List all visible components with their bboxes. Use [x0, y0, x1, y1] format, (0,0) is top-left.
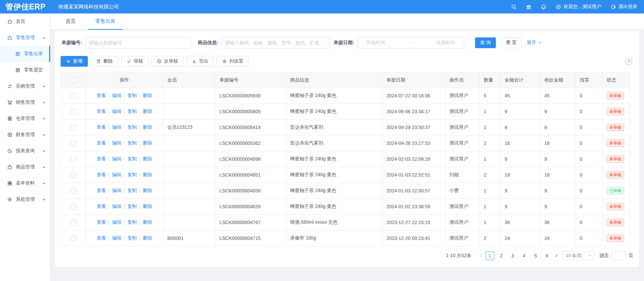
- page-number-3[interactable]: 3: [508, 251, 517, 260]
- sidebar-item-采购管理[interactable]: 采购管理: [0, 78, 50, 94]
- row-action-copy[interactable]: 复制: [127, 108, 137, 115]
- row-action-view[interactable]: 查看: [97, 188, 106, 194]
- row-action-copy[interactable]: 复制: [127, 188, 137, 194]
- row-action-edit[interactable]: 编辑: [112, 140, 122, 146]
- add-button[interactable]: 新增: [61, 56, 88, 67]
- select-all-checkbox[interactable]: [71, 77, 76, 83]
- sidebar-item-销售管理[interactable]: 销售管理: [0, 94, 50, 111]
- check-circle-icon: [555, 4, 561, 10]
- row-action-edit[interactable]: 编辑: [112, 108, 122, 115]
- prev-page-button[interactable]: [477, 252, 484, 260]
- next-page-button[interactable]: [553, 252, 560, 260]
- reset-button[interactable]: 重 置: [501, 37, 522, 48]
- page-number-2[interactable]: 2: [497, 251, 506, 260]
- column-settings-button[interactable]: 列设置: [217, 56, 249, 67]
- row-action-edit[interactable]: 编辑: [112, 188, 122, 194]
- row-checkbox[interactable]: [71, 157, 76, 162]
- row-action-copy[interactable]: 复制: [127, 172, 137, 178]
- pagination: 1-10 共52条 123456 10 条/页 跳至 页: [61, 251, 633, 260]
- sidebar-item-报表查询[interactable]: 报表查询: [0, 143, 50, 159]
- row-action-edit[interactable]: 编辑: [112, 156, 122, 162]
- row-action-copy[interactable]: 复制: [127, 140, 137, 146]
- page-number-1[interactable]: 1: [485, 251, 494, 260]
- column-settings-label: 列设置: [229, 58, 243, 64]
- row-action-copy[interactable]: 复制: [127, 93, 137, 99]
- page-number-4[interactable]: 4: [520, 251, 529, 260]
- sidebar-item-零售退货[interactable]: 零售退货: [0, 62, 50, 78]
- logout-icon: [610, 4, 616, 10]
- row-checkbox[interactable]: [71, 220, 76, 225]
- audit-button[interactable]: 审核: [121, 56, 148, 67]
- row-checkbox[interactable]: [71, 204, 76, 210]
- row-checkbox[interactable]: [71, 173, 76, 178]
- expand-link[interactable]: 展开: [527, 40, 542, 46]
- sidebar-item-零售出库[interactable]: 零售出库: [0, 46, 50, 62]
- bell-icon[interactable]: [541, 4, 546, 10]
- sidebar-item-首页[interactable]: 首页: [0, 13, 50, 30]
- order-no-input[interactable]: [85, 37, 191, 49]
- row-action-delete[interactable]: 删除: [143, 124, 152, 130]
- row-checkbox[interactable]: [71, 109, 76, 115]
- row-checkbox[interactable]: [71, 125, 76, 130]
- row-action-edit[interactable]: 编辑: [112, 172, 122, 178]
- row-action-view[interactable]: 查看: [97, 204, 106, 210]
- row-action-delete[interactable]: 删除: [143, 140, 152, 146]
- sidebar-item-零售管理[interactable]: 零售管理: [0, 30, 50, 46]
- row-action-delete[interactable]: 删除: [143, 188, 152, 194]
- sidebar-item-基本资料[interactable]: 基本资料: [0, 175, 50, 191]
- export-button[interactable]: 导出: [187, 56, 214, 67]
- row-action-delete[interactable]: 删除: [143, 204, 152, 210]
- delete-button[interactable]: 删除: [91, 56, 118, 67]
- page-number-6[interactable]: 6: [543, 251, 551, 260]
- row-action-view[interactable]: 查看: [97, 140, 106, 146]
- sidebar-item-系统管理[interactable]: 系统管理: [0, 191, 50, 208]
- sidebar-item-财务管理[interactable]: 财务管理: [0, 127, 50, 143]
- row-action-view[interactable]: 查看: [97, 108, 106, 115]
- row-action-delete[interactable]: 删除: [143, 235, 152, 241]
- row-action-view[interactable]: 查看: [97, 93, 106, 99]
- tab-零售出库[interactable]: 零售出库: [88, 13, 123, 29]
- product-info-input[interactable]: [221, 37, 330, 49]
- row-action-delete[interactable]: 删除: [143, 93, 152, 99]
- date-range-input[interactable]: 开始时间 ~ 结束时间: [357, 37, 464, 49]
- doc-icon: [15, 51, 21, 57]
- action-separator: |: [124, 204, 125, 209]
- sidebar-item-商品管理[interactable]: 商品管理: [0, 159, 50, 175]
- query-button[interactable]: 查 询: [475, 37, 496, 48]
- logout-button[interactable]: 退出登录: [610, 4, 637, 10]
- row-checkbox[interactable]: [71, 93, 76, 99]
- bank-icon[interactable]: [526, 4, 532, 10]
- row-action-delete[interactable]: 删除: [143, 156, 152, 162]
- row-checkbox[interactable]: [71, 188, 76, 194]
- sidebar-item-仓库管理[interactable]: 仓库管理: [0, 111, 50, 127]
- help-icon[interactable]: ?: [625, 58, 632, 65]
- page-jump-input[interactable]: [612, 251, 626, 260]
- row-action-copy[interactable]: 复制: [127, 204, 137, 210]
- row-action-edit[interactable]: 编辑: [112, 93, 122, 99]
- row-action-view[interactable]: 查看: [97, 124, 106, 130]
- row-action-delete[interactable]: 删除: [143, 108, 152, 115]
- row-action-edit[interactable]: 编辑: [112, 204, 122, 210]
- row-action-view[interactable]: 查看: [97, 156, 106, 162]
- page-size-select[interactable]: 10 条/页: [563, 251, 595, 260]
- row-action-copy[interactable]: 复制: [127, 219, 137, 225]
- row-action-copy[interactable]: 复制: [127, 235, 137, 241]
- row-action-edit[interactable]: 编辑: [112, 219, 122, 225]
- row-action-view[interactable]: 查看: [97, 235, 106, 241]
- search-icon[interactable]: [511, 4, 517, 10]
- welcome-user[interactable]: 欢迎您，测试用户: [555, 4, 601, 10]
- row-action-copy[interactable]: 复制: [127, 156, 137, 162]
- row-action-edit[interactable]: 编辑: [112, 124, 122, 130]
- row-action-view[interactable]: 查看: [97, 219, 106, 225]
- unaudit-button[interactable]: 反审核: [151, 56, 183, 67]
- row-action-delete[interactable]: 删除: [143, 219, 152, 225]
- row-action-copy[interactable]: 复制: [127, 124, 137, 130]
- tab-首页[interactable]: 首页: [58, 13, 83, 29]
- page-number-5[interactable]: 5: [531, 251, 540, 260]
- row-action-view[interactable]: 查看: [97, 172, 106, 178]
- row-checkbox[interactable]: [71, 236, 76, 241]
- row-action-edit[interactable]: 编辑: [112, 235, 122, 241]
- row-action-delete[interactable]: 删除: [143, 172, 152, 178]
- status-cell: 未审核: [603, 167, 630, 183]
- row-checkbox[interactable]: [71, 141, 76, 146]
